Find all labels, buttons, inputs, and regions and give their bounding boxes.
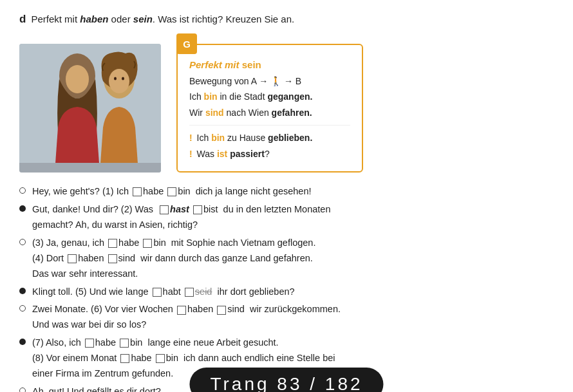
svg-rect-7 xyxy=(19,163,161,173)
section-label: d xyxy=(19,13,26,26)
bullet-filled-2 xyxy=(19,205,26,212)
grammar-badge: G xyxy=(176,33,197,54)
grammar-title: Perfekt mit sein xyxy=(189,59,350,70)
checkbox-8b[interactable] xyxy=(156,354,165,363)
checkbox-2a[interactable] xyxy=(160,205,169,214)
exercise-4-text: Klingt toll. (5) Und wie lange habt seid… xyxy=(32,285,554,300)
photo-placeholder xyxy=(19,44,161,173)
exercise-3-text: (3) Ja, genau, ich habe bin mit Sophie n… xyxy=(32,236,554,282)
bullet-circle-3 xyxy=(19,239,26,245)
grammar-line-2: Ich bin in die Stadt gegangen. xyxy=(189,89,350,104)
bullet-filled-6 xyxy=(19,339,26,345)
checkbox-5a[interactable] xyxy=(153,288,162,297)
exercise-4: Klingt toll. (5) Und wie lange habt seid… xyxy=(19,285,554,300)
checkbox-7a[interactable] xyxy=(85,339,94,348)
exercise-5: Zwei Monate. (6) Vor vier Wochen haben s… xyxy=(19,302,554,333)
exercise-3: (3) Ja, genau, ich habe bin mit Sophie n… xyxy=(19,236,554,282)
exercise-5-text: Zwei Monate. (6) Vor vier Wochen haben s… xyxy=(32,302,554,333)
grammar-line-1: Bewegung von A → 🚶 → B xyxy=(189,74,350,88)
svg-point-6 xyxy=(122,77,124,80)
svg-point-5 xyxy=(114,77,117,80)
checkbox-3b[interactable] xyxy=(143,239,152,248)
checkbox-4b[interactable] xyxy=(108,254,117,263)
exercises: Hey, wie geht's? (1) Ich habe bin dich j… xyxy=(19,184,554,392)
checkbox-5b[interactable] xyxy=(185,288,194,297)
bullet-circle-7 xyxy=(19,387,26,392)
checkbox-7b[interactable] xyxy=(120,339,129,348)
page: d Perfekt mit haben oder sein. Was ist r… xyxy=(0,0,573,392)
grammar-line-5: ! Was ist passiert? xyxy=(189,147,350,161)
checkbox-4a[interactable] xyxy=(68,254,77,263)
svg-point-4 xyxy=(109,69,129,93)
svg-point-2 xyxy=(66,65,89,93)
bullet-circle-1 xyxy=(19,187,26,194)
instruction: Perfekt mit haben oder sein. Was ist ric… xyxy=(31,14,294,24)
checkbox-3a[interactable] xyxy=(108,239,117,248)
top-row: G Perfekt mit sein Bewegung von A → 🚶 → … xyxy=(19,44,554,173)
photo-box xyxy=(19,44,161,173)
bullet-filled-4 xyxy=(19,288,26,294)
grammar-box: G Perfekt mit sein Bewegung von A → 🚶 → … xyxy=(176,44,363,173)
checkbox-6b[interactable] xyxy=(217,306,226,315)
exercise-2-text: Gut, danke! Und dir? (2) Was hast bist d… xyxy=(32,202,554,233)
exercise-2: Gut, danke! Und dir? (2) Was hast bist d… xyxy=(19,202,554,233)
grammar-line-3: Wir sind nach Wien gefahren. xyxy=(189,106,350,120)
bullet-circle-5 xyxy=(19,305,26,312)
checkbox-8a[interactable] xyxy=(120,354,129,363)
page-number-overlay: Trang 83 / 182 xyxy=(189,368,383,392)
checkbox-2b[interactable] xyxy=(193,205,202,214)
checkbox-1a[interactable] xyxy=(133,187,142,196)
checkbox-1b[interactable] xyxy=(167,187,176,196)
grammar-line-4: ! Ich bin zu Hause geblieben. xyxy=(189,131,350,145)
checkbox-6a[interactable] xyxy=(177,306,186,315)
exercise-1-text: Hey, wie geht's? (1) Ich habe bin dich j… xyxy=(32,184,554,200)
exercise-1: Hey, wie geht's? (1) Ich habe bin dich j… xyxy=(19,184,554,200)
